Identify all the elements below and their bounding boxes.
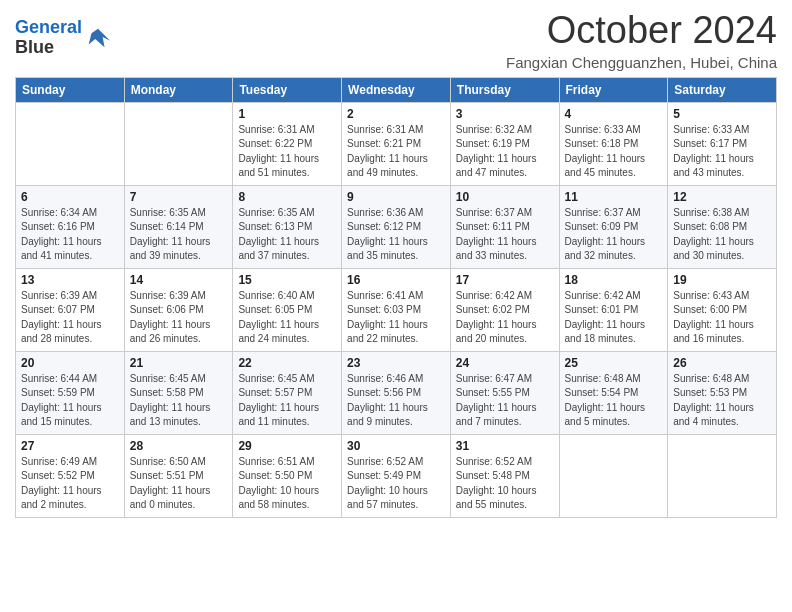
day-info: Sunrise: 6:35 AM Sunset: 6:14 PM Dayligh… bbox=[130, 206, 228, 264]
header-cell-monday: Monday bbox=[124, 77, 233, 102]
header-cell-tuesday: Tuesday bbox=[233, 77, 342, 102]
week-row-1: 1Sunrise: 6:31 AM Sunset: 6:22 PM Daylig… bbox=[16, 102, 777, 185]
day-info: Sunrise: 6:31 AM Sunset: 6:22 PM Dayligh… bbox=[238, 123, 336, 181]
day-cell: 7Sunrise: 6:35 AM Sunset: 6:14 PM Daylig… bbox=[124, 185, 233, 268]
month-title: October 2024 bbox=[506, 10, 777, 52]
day-number: 13 bbox=[21, 273, 119, 287]
day-cell: 3Sunrise: 6:32 AM Sunset: 6:19 PM Daylig… bbox=[450, 102, 559, 185]
day-number: 6 bbox=[21, 190, 119, 204]
day-cell: 8Sunrise: 6:35 AM Sunset: 6:13 PM Daylig… bbox=[233, 185, 342, 268]
day-number: 19 bbox=[673, 273, 771, 287]
day-info: Sunrise: 6:42 AM Sunset: 6:01 PM Dayligh… bbox=[565, 289, 663, 347]
day-info: Sunrise: 6:32 AM Sunset: 6:19 PM Dayligh… bbox=[456, 123, 554, 181]
day-number: 18 bbox=[565, 273, 663, 287]
day-cell: 17Sunrise: 6:42 AM Sunset: 6:02 PM Dayli… bbox=[450, 268, 559, 351]
svg-marker-0 bbox=[89, 28, 110, 47]
day-cell: 1Sunrise: 6:31 AM Sunset: 6:22 PM Daylig… bbox=[233, 102, 342, 185]
logo-bird-icon bbox=[84, 24, 112, 52]
day-info: Sunrise: 6:46 AM Sunset: 5:56 PM Dayligh… bbox=[347, 372, 445, 430]
day-cell: 24Sunrise: 6:47 AM Sunset: 5:55 PM Dayli… bbox=[450, 351, 559, 434]
title-block: October 2024 Fangxian Chengguanzhen, Hub… bbox=[506, 10, 777, 71]
day-cell: 6Sunrise: 6:34 AM Sunset: 6:16 PM Daylig… bbox=[16, 185, 125, 268]
location-title: Fangxian Chengguanzhen, Hubei, China bbox=[506, 54, 777, 71]
day-info: Sunrise: 6:41 AM Sunset: 6:03 PM Dayligh… bbox=[347, 289, 445, 347]
day-cell: 14Sunrise: 6:39 AM Sunset: 6:06 PM Dayli… bbox=[124, 268, 233, 351]
day-number: 29 bbox=[238, 439, 336, 453]
day-cell bbox=[559, 434, 668, 517]
day-cell: 10Sunrise: 6:37 AM Sunset: 6:11 PM Dayli… bbox=[450, 185, 559, 268]
day-number: 23 bbox=[347, 356, 445, 370]
day-cell bbox=[124, 102, 233, 185]
day-info: Sunrise: 6:42 AM Sunset: 6:02 PM Dayligh… bbox=[456, 289, 554, 347]
header-cell-friday: Friday bbox=[559, 77, 668, 102]
day-info: Sunrise: 6:44 AM Sunset: 5:59 PM Dayligh… bbox=[21, 372, 119, 430]
day-cell: 13Sunrise: 6:39 AM Sunset: 6:07 PM Dayli… bbox=[16, 268, 125, 351]
day-info: Sunrise: 6:52 AM Sunset: 5:49 PM Dayligh… bbox=[347, 455, 445, 513]
day-cell: 19Sunrise: 6:43 AM Sunset: 6:00 PM Dayli… bbox=[668, 268, 777, 351]
week-row-3: 13Sunrise: 6:39 AM Sunset: 6:07 PM Dayli… bbox=[16, 268, 777, 351]
day-info: Sunrise: 6:49 AM Sunset: 5:52 PM Dayligh… bbox=[21, 455, 119, 513]
day-info: Sunrise: 6:37 AM Sunset: 6:11 PM Dayligh… bbox=[456, 206, 554, 264]
header-row: SundayMondayTuesdayWednesdayThursdayFrid… bbox=[16, 77, 777, 102]
logo-text: GeneralBlue bbox=[15, 18, 82, 58]
day-number: 21 bbox=[130, 356, 228, 370]
calendar-table: SundayMondayTuesdayWednesdayThursdayFrid… bbox=[15, 77, 777, 518]
day-cell: 18Sunrise: 6:42 AM Sunset: 6:01 PM Dayli… bbox=[559, 268, 668, 351]
day-cell: 4Sunrise: 6:33 AM Sunset: 6:18 PM Daylig… bbox=[559, 102, 668, 185]
day-info: Sunrise: 6:37 AM Sunset: 6:09 PM Dayligh… bbox=[565, 206, 663, 264]
day-cell: 23Sunrise: 6:46 AM Sunset: 5:56 PM Dayli… bbox=[342, 351, 451, 434]
day-number: 2 bbox=[347, 107, 445, 121]
day-number: 28 bbox=[130, 439, 228, 453]
day-number: 9 bbox=[347, 190, 445, 204]
day-info: Sunrise: 6:39 AM Sunset: 6:07 PM Dayligh… bbox=[21, 289, 119, 347]
header-cell-thursday: Thursday bbox=[450, 77, 559, 102]
day-info: Sunrise: 6:45 AM Sunset: 5:57 PM Dayligh… bbox=[238, 372, 336, 430]
day-number: 12 bbox=[673, 190, 771, 204]
day-info: Sunrise: 6:39 AM Sunset: 6:06 PM Dayligh… bbox=[130, 289, 228, 347]
day-number: 7 bbox=[130, 190, 228, 204]
day-cell: 9Sunrise: 6:36 AM Sunset: 6:12 PM Daylig… bbox=[342, 185, 451, 268]
header-cell-sunday: Sunday bbox=[16, 77, 125, 102]
day-number: 24 bbox=[456, 356, 554, 370]
day-cell: 11Sunrise: 6:37 AM Sunset: 6:09 PM Dayli… bbox=[559, 185, 668, 268]
day-info: Sunrise: 6:52 AM Sunset: 5:48 PM Dayligh… bbox=[456, 455, 554, 513]
day-info: Sunrise: 6:33 AM Sunset: 6:17 PM Dayligh… bbox=[673, 123, 771, 181]
day-number: 25 bbox=[565, 356, 663, 370]
day-cell: 21Sunrise: 6:45 AM Sunset: 5:58 PM Dayli… bbox=[124, 351, 233, 434]
day-info: Sunrise: 6:50 AM Sunset: 5:51 PM Dayligh… bbox=[130, 455, 228, 513]
day-info: Sunrise: 6:36 AM Sunset: 6:12 PM Dayligh… bbox=[347, 206, 445, 264]
day-number: 16 bbox=[347, 273, 445, 287]
day-info: Sunrise: 6:35 AM Sunset: 6:13 PM Dayligh… bbox=[238, 206, 336, 264]
day-number: 14 bbox=[130, 273, 228, 287]
week-row-5: 27Sunrise: 6:49 AM Sunset: 5:52 PM Dayli… bbox=[16, 434, 777, 517]
day-cell: 28Sunrise: 6:50 AM Sunset: 5:51 PM Dayli… bbox=[124, 434, 233, 517]
day-number: 5 bbox=[673, 107, 771, 121]
day-number: 4 bbox=[565, 107, 663, 121]
day-number: 1 bbox=[238, 107, 336, 121]
day-cell: 27Sunrise: 6:49 AM Sunset: 5:52 PM Dayli… bbox=[16, 434, 125, 517]
day-info: Sunrise: 6:34 AM Sunset: 6:16 PM Dayligh… bbox=[21, 206, 119, 264]
day-cell: 31Sunrise: 6:52 AM Sunset: 5:48 PM Dayli… bbox=[450, 434, 559, 517]
day-number: 8 bbox=[238, 190, 336, 204]
day-number: 20 bbox=[21, 356, 119, 370]
day-cell: 25Sunrise: 6:48 AM Sunset: 5:54 PM Dayli… bbox=[559, 351, 668, 434]
week-row-4: 20Sunrise: 6:44 AM Sunset: 5:59 PM Dayli… bbox=[16, 351, 777, 434]
day-cell: 26Sunrise: 6:48 AM Sunset: 5:53 PM Dayli… bbox=[668, 351, 777, 434]
day-cell: 15Sunrise: 6:40 AM Sunset: 6:05 PM Dayli… bbox=[233, 268, 342, 351]
day-number: 26 bbox=[673, 356, 771, 370]
day-cell: 22Sunrise: 6:45 AM Sunset: 5:57 PM Dayli… bbox=[233, 351, 342, 434]
day-cell: 30Sunrise: 6:52 AM Sunset: 5:49 PM Dayli… bbox=[342, 434, 451, 517]
day-number: 31 bbox=[456, 439, 554, 453]
day-info: Sunrise: 6:40 AM Sunset: 6:05 PM Dayligh… bbox=[238, 289, 336, 347]
day-info: Sunrise: 6:38 AM Sunset: 6:08 PM Dayligh… bbox=[673, 206, 771, 264]
day-info: Sunrise: 6:48 AM Sunset: 5:53 PM Dayligh… bbox=[673, 372, 771, 430]
day-cell bbox=[668, 434, 777, 517]
day-number: 15 bbox=[238, 273, 336, 287]
week-row-2: 6Sunrise: 6:34 AM Sunset: 6:16 PM Daylig… bbox=[16, 185, 777, 268]
day-cell: 12Sunrise: 6:38 AM Sunset: 6:08 PM Dayli… bbox=[668, 185, 777, 268]
day-cell: 5Sunrise: 6:33 AM Sunset: 6:17 PM Daylig… bbox=[668, 102, 777, 185]
day-cell bbox=[16, 102, 125, 185]
calendar-header: SundayMondayTuesdayWednesdayThursdayFrid… bbox=[16, 77, 777, 102]
day-info: Sunrise: 6:33 AM Sunset: 6:18 PM Dayligh… bbox=[565, 123, 663, 181]
day-cell: 20Sunrise: 6:44 AM Sunset: 5:59 PM Dayli… bbox=[16, 351, 125, 434]
